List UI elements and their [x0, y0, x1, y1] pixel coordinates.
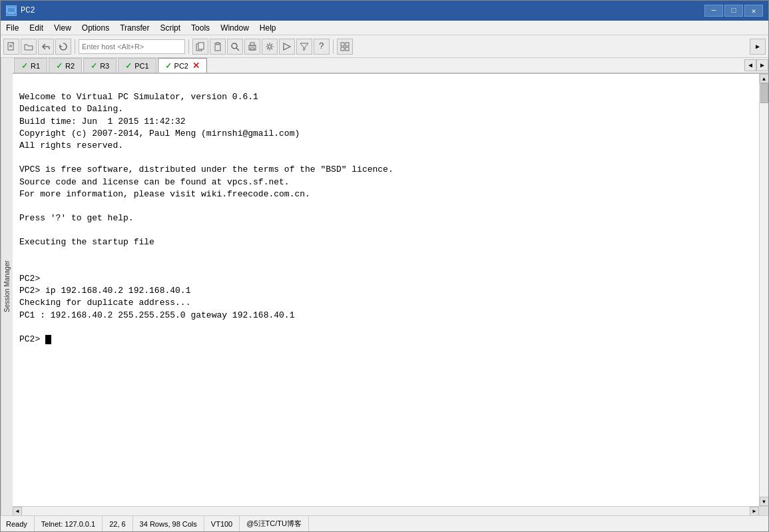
scrollbar-horizontal[interactable]: ◀ ▶: [13, 507, 759, 515]
tab-r2-check: ✓: [56, 61, 63, 71]
status-extra: @5汪TC/TU博客: [240, 516, 309, 531]
maximize-button[interactable]: □: [724, 5, 743, 17]
status-ready: Ready: [6, 516, 35, 531]
tabs-bar: ✓ R1 ✓ R2 ✓ R3 ✓ PC1 ✓ PC2 ✕: [13, 58, 768, 74]
terminal[interactable]: Welcome to Virtual PC Simulator, version…: [13, 74, 759, 506]
tab-nav-right[interactable]: ▶: [756, 59, 768, 71]
svg-rect-17: [341, 43, 344, 46]
status-size-label: 34 Rows, 98 Cols: [140, 520, 197, 528]
menu-script[interactable]: Script: [154, 21, 186, 35]
scroll-down[interactable]: ▼: [760, 497, 769, 506]
svg-point-15: [268, 45, 272, 48]
tab-pc2-close[interactable]: ✕: [192, 61, 200, 71]
svg-rect-9: [216, 43, 219, 45]
scroll-right[interactable]: ▶: [750, 507, 759, 516]
svg-rect-7: [198, 43, 204, 49]
menu-window[interactable]: Window: [215, 21, 254, 35]
toolbar-sep3: [333, 39, 334, 54]
tabs-nav: ◀ ▶: [744, 58, 768, 73]
svg-rect-18: [346, 43, 349, 46]
status-telnet: Telnet: 127.0.0.1: [35, 516, 103, 531]
status-ready-label: Ready: [6, 520, 27, 528]
tab-pc2-check: ✓: [165, 61, 172, 71]
svg-marker-16: [284, 43, 290, 50]
svg-rect-19: [341, 47, 344, 51]
toolbar-sep1: [75, 39, 75, 54]
menu-file[interactable]: File: [1, 21, 24, 35]
titlebar-left: PC2: [6, 5, 35, 16]
menu-view[interactable]: View: [49, 21, 77, 35]
titlebar-controls: ─ □ ✕: [704, 5, 763, 17]
menu-help[interactable]: Help: [254, 21, 282, 35]
toolbar-reconnect[interactable]: [55, 39, 71, 55]
toolbar-copy[interactable]: [192, 39, 208, 55]
menu-tools[interactable]: Tools: [186, 21, 215, 35]
scroll-up[interactable]: ▲: [760, 74, 769, 83]
svg-rect-20: [346, 47, 349, 51]
svg-rect-2: [8, 13, 15, 14]
terminal-cursor: [45, 335, 51, 344]
scrollbar-corner: [759, 507, 768, 515]
svg-rect-0: [7, 7, 15, 13]
scrollbar-vertical[interactable]: ▲ ▼: [759, 74, 768, 506]
status-telnet-label: Telnet: 127.0.0.1: [41, 520, 95, 528]
toolbar-filter[interactable]: [296, 39, 312, 55]
right-panel: ✓ R1 ✓ R2 ✓ R3 ✓ PC1 ✓ PC2 ✕: [13, 58, 768, 515]
tab-pc1-check: ✓: [125, 61, 132, 71]
toolbar-extra[interactable]: [337, 39, 353, 55]
scroll-thumb-v[interactable]: [760, 83, 768, 103]
tab-r1-label: R1: [31, 62, 40, 70]
toolbar: ? ▶: [1, 35, 768, 58]
tab-r2[interactable]: ✓ R2: [49, 58, 82, 73]
tab-r1-check: ✓: [21, 61, 28, 71]
toolbar-sep2: [188, 39, 189, 54]
scroll-track-h[interactable]: [22, 507, 750, 515]
toolbar-help[interactable]: ?: [314, 39, 330, 55]
tab-r1[interactable]: ✓ R1: [14, 58, 47, 73]
toolbar-script[interactable]: [279, 39, 295, 55]
terminal-wrapper: Welcome to Virtual PC Simulator, version…: [13, 74, 768, 506]
titlebar: PC2 ─ □ ✕: [1, 1, 768, 21]
toolbar-settings[interactable]: [262, 39, 278, 55]
status-size: 34 Rows, 98 Cols: [133, 516, 204, 531]
session-manager[interactable]: Session Manager: [1, 58, 13, 515]
tab-r3[interactable]: ✓ R3: [83, 58, 117, 73]
svg-point-10: [232, 43, 237, 49]
menu-transfer[interactable]: Transfer: [115, 21, 154, 35]
status-terminal: VT100: [204, 516, 240, 531]
status-position-label: 22, 6: [109, 520, 125, 528]
toolbar-back[interactable]: [38, 39, 54, 55]
status-terminal-label: VT100: [211, 520, 232, 528]
toolbar-new[interactable]: [3, 39, 19, 55]
tab-pc1[interactable]: ✓ PC1: [118, 58, 156, 73]
session-manager-label: Session Manager: [3, 261, 11, 313]
svg-rect-14: [250, 48, 254, 50]
statusbar: Ready Telnet: 127.0.0.1 22, 6 34 Rows, 9…: [1, 515, 768, 531]
toolbar-print[interactable]: [244, 39, 260, 55]
menu-options[interactable]: Options: [77, 21, 115, 35]
tab-pc2-label: PC2: [174, 62, 188, 70]
tab-nav-left[interactable]: ◀: [744, 59, 756, 71]
app-icon: [6, 5, 17, 16]
status-position: 22, 6: [103, 516, 132, 531]
tab-r2-label: R2: [65, 62, 75, 70]
close-button[interactable]: ✕: [744, 5, 763, 17]
tab-r3-label: R3: [100, 62, 109, 70]
tab-pc2[interactable]: ✓ PC2 ✕: [158, 58, 207, 73]
scroll-track-v[interactable]: [760, 83, 768, 497]
tab-pc1-label: PC1: [134, 62, 148, 70]
menubar: File Edit View Options Transfer Script T…: [1, 21, 768, 35]
minimize-button[interactable]: ─: [704, 5, 723, 17]
scrollbar-bottom-row: ◀ ▶: [13, 506, 768, 515]
tab-r3-check: ✓: [91, 61, 97, 71]
toolbar-paste[interactable]: [210, 39, 226, 55]
toolbar-open[interactable]: [21, 39, 37, 55]
scroll-left[interactable]: ◀: [13, 507, 22, 516]
body-area: Session Manager ✓ R1 ✓ R2 ✓ R3 ✓: [1, 58, 768, 515]
window-title: PC2: [21, 6, 35, 15]
menu-edit[interactable]: Edit: [24, 21, 49, 35]
status-extra-label: @5汪TC/TU博客: [246, 519, 302, 529]
toolbar-scroll-right[interactable]: ▶: [750, 39, 766, 55]
host-input[interactable]: [79, 39, 185, 54]
toolbar-find[interactable]: [227, 39, 243, 55]
